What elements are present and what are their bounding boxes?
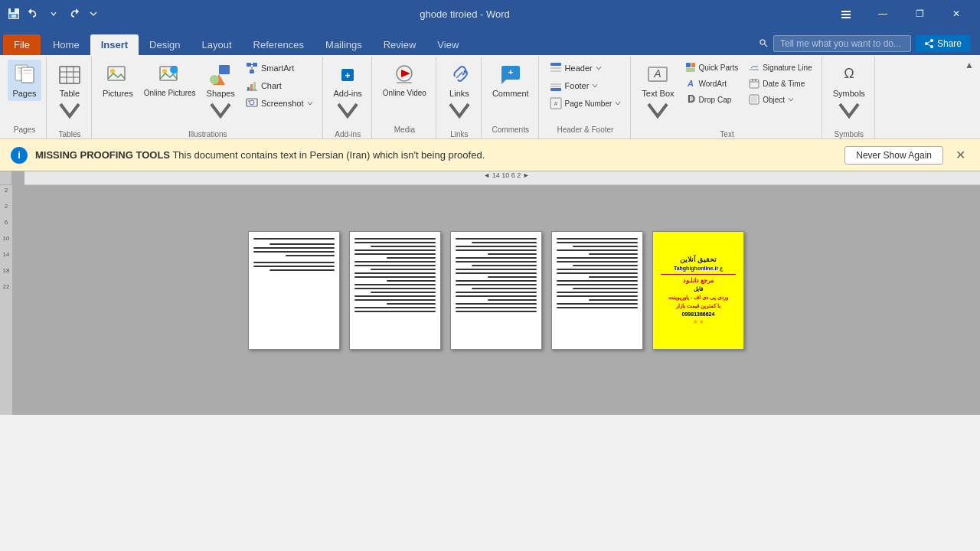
svg-rect-37 [250,70,254,73]
tab-file[interactable]: File [3,34,41,55]
save-icon[interactable] [6,6,21,21]
svg-rect-54 [550,63,561,66]
online-pictures-button[interactable]: 🌐 Online Pictures [139,60,201,100]
tab-home[interactable]: Home [42,34,90,55]
comment-button[interactable]: + Comment [488,60,534,101]
svg-line-52 [456,72,462,78]
smartart-icon [246,62,258,74]
object-icon [749,94,760,105]
table-icon [57,63,82,87]
horizontal-ruler: ◄ 14 10 6 2 ► [24,171,980,185]
tab-layout[interactable]: Layout [191,34,243,55]
smartart-button[interactable]: SmartArt [241,60,318,77]
svg-text:Ω: Ω [844,66,854,81]
svg-point-11 [930,45,933,48]
screenshot-button[interactable]: Screenshot [241,95,318,112]
notification-close-button[interactable]: ✕ [951,146,969,165]
svg-rect-66 [686,68,695,72]
screenshot-dropdown-icon [307,100,313,106]
ribbon-search-input[interactable] [773,35,911,52]
svg-rect-75 [755,79,756,81]
never-show-again-button[interactable]: Never Show Again [844,146,943,165]
customize-qat-icon[interactable] [86,6,101,21]
pages-icon [12,63,37,87]
svg-rect-42 [253,82,256,90]
ruler-number-4: 2 [517,171,523,179]
close-button[interactable]: ✕ [939,0,974,28]
svg-rect-55 [550,67,561,69]
svg-rect-5 [841,14,851,15]
quick-parts-button[interactable]: Quick Parts [681,60,743,75]
pages-group: Pages Pages [3,57,47,139]
tab-mailings[interactable]: Mailings [315,34,373,55]
symbols-button[interactable]: Ω Symbols [828,60,870,127]
header-icon [550,62,562,74]
ribbon-display-icon[interactable] [828,0,864,28]
svg-text:D: D [688,94,695,105]
tab-review[interactable]: Review [373,34,427,55]
chart-button[interactable]: Chart [241,77,318,94]
addins-group-label: Add-ins [335,129,361,140]
svg-rect-26 [108,67,125,80]
svg-rect-77 [751,96,757,103]
signature-line-button[interactable]: Signature Line [744,60,817,75]
share-button[interactable]: Share [916,35,971,52]
undo-icon[interactable] [26,6,41,21]
datetime-button[interactable]: Date & Time [744,76,817,91]
pages-button[interactable]: Pages [8,60,41,101]
undo-dropdown-icon[interactable] [46,6,61,21]
svg-rect-74 [752,79,753,81]
text-box-icon: A [645,63,670,87]
ruler-number-1: 14 [492,171,502,179]
svg-point-10 [925,42,928,45]
text-box-dropdown-icon [645,98,670,122]
minimize-button[interactable]: — [865,0,900,28]
ribbon-search-area: Share [758,35,971,52]
restore-button[interactable]: ❐ [902,0,937,28]
links-button[interactable]: Links [443,60,476,127]
tab-right-arrow[interactable]: ► [523,171,530,179]
tab-design[interactable]: Design [139,34,191,55]
dropcap-button[interactable]: D Drop Cap [681,92,743,107]
addins-button[interactable]: + Add-ins [329,60,367,127]
media-group-label: Media [394,124,415,135]
illustrations-group: Pictures 🌐 Online Pictures [93,57,323,139]
redo-icon[interactable] [66,6,81,21]
document-area: تحقیق آنلاین Tahghighonline.ir ع مرجع دا… [12,185,980,415]
tab-view[interactable]: View [426,34,469,55]
object-dropdown-icon [788,96,794,103]
comments-group-label: Comments [492,124,529,135]
window-title: ghode tiroied - Word [101,8,828,20]
pages-row: تحقیق آنلاین Tahghighonline.ir ع مرجع دا… [248,231,744,350]
minimize-ribbon-button[interactable]: ▲ [965,60,974,70]
tab-left-arrow[interactable]: ◄ [483,171,490,179]
svg-rect-1 [11,8,15,12]
page-number-button[interactable]: # Page Number [545,95,626,112]
page-4 [551,231,643,350]
illustrations-group-items: Pictures 🌐 Online Pictures [98,60,318,127]
shapes-button[interactable]: Shapes [202,60,240,127]
svg-text:#: # [554,100,557,107]
illustrations-small-col: SmartArt Chart [241,60,318,112]
text-box-button[interactable]: A Text Box [637,60,678,127]
object-button[interactable]: Object [744,92,817,107]
wordart-button[interactable]: A WordArt [681,76,743,91]
comments-group: + Comment Comments [483,57,539,139]
notification-icon: i [11,147,28,164]
tab-insert[interactable]: Insert [90,34,139,55]
table-button[interactable]: Table [53,60,87,127]
online-video-button[interactable]: Online Video [378,60,431,100]
quick-parts-icon [685,62,696,73]
ruler-mark: 22 [3,283,10,290]
ruler-mark: 14 [3,251,10,258]
share-label: Share [937,38,962,49]
svg-rect-56 [550,70,561,72]
pictures-button[interactable]: Pictures [98,60,138,101]
svg-text:🌐: 🌐 [170,67,177,74]
header-button[interactable]: Header [545,60,626,77]
footer-button[interactable]: Footer [545,77,626,94]
ad-line4: با کمترین قیمت بازار [676,303,720,309]
svg-point-29 [162,69,167,73]
svg-rect-4 [841,11,851,12]
tab-references[interactable]: References [243,34,315,55]
